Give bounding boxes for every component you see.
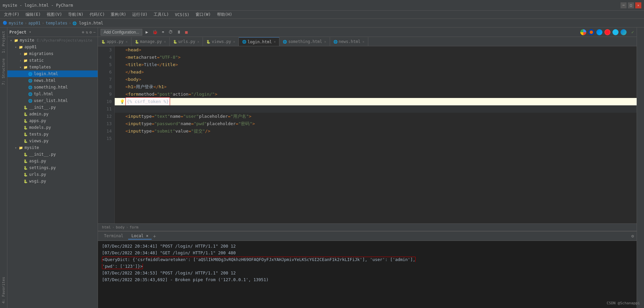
sidebar-item-tpl-html[interactable]: 🌐tpl.html [7,91,98,97]
editor-tab-manage-py[interactable]: 🐍 manage.py × [131,37,170,46]
breadcrumb-body[interactable]: body [116,225,125,229]
tree-arrow: ▾ [18,65,23,69]
structure-tab[interactable]: 7: Structure [1,56,6,87]
menu-item[interactable]: 工具(L) [151,11,172,18]
breadcrumb-html[interactable]: html [102,225,111,229]
menu-item[interactable]: VCS(S) [172,12,192,18]
menu-item[interactable]: 编辑(E) [23,11,44,18]
minimize-button[interactable]: ─ [621,2,627,8]
code-line-8[interactable]: <h1>用户登录</h1> [115,83,637,91]
pause-button[interactable]: ⏸ [177,30,181,35]
close-button[interactable]: ✕ [635,2,641,8]
add-configuration-button[interactable]: Add Configuration... [101,29,142,36]
sidebar-item-login-html[interactable]: 🌐login.html [7,70,98,77]
menu-item[interactable]: 运行(U) [129,11,150,18]
tab-close-icon[interactable]: × [363,40,365,44]
sidebar-item-mysite-root[interactable]: ▾📁mysite E:\PycharmProjects\mysite [7,37,98,44]
code-line-13[interactable]: <input type="password" name="pwd" placeh… [115,120,637,127]
code-line-6[interactable]: </head> [115,68,637,76]
sidebar-item-migrations[interactable]: ›📁migrations [7,50,98,57]
tab-close-icon[interactable]: × [324,40,326,44]
code-line-5[interactable]: <title>Title</title> [115,61,637,68]
firefox-icon[interactable] [588,29,594,35]
sidebar-item-init-py-mysite[interactable]: 🐍__init__.py [7,151,98,158]
sidebar-item-admin-py[interactable]: 🐍admin.py [7,111,98,117]
code-area[interactable]: <head> <meta charset="UTF-8"> <title>Tit… [115,46,637,223]
tab-close-icon[interactable]: × [197,40,199,44]
settings-icon[interactable]: ⚙ [90,30,92,35]
terminal-add-button[interactable]: + [153,234,156,239]
coverage-button[interactable]: ☂ [162,30,164,35]
sidebar-item-views-py-app01[interactable]: 🐍views.py [7,138,98,144]
terminal-settings[interactable]: ⚙ [631,234,634,239]
tab-close-icon[interactable]: × [164,40,166,44]
sidebar-item-news-html[interactable]: 🌐news.html [7,77,98,84]
ie-icon[interactable] [612,29,619,35]
run-button[interactable]: ▶ [146,30,148,35]
menu-item[interactable]: 帮助(H) [214,11,235,18]
code-line-11[interactable] [115,105,637,113]
project-tab[interactable]: 1: Project [1,29,6,55]
menu-item[interactable]: 导航(N) [65,11,86,18]
code-line-15[interactable] [115,135,637,142]
sidebar-item-templates[interactable]: ▾📁templates [7,64,98,70]
sidebar-item-urls-py[interactable]: 🐍urls.py [7,171,98,178]
opera-icon[interactable] [604,29,610,35]
editor-tab-news-html[interactable]: 🌐 news.html × [330,37,368,46]
collapse-icon[interactable]: − [93,30,96,35]
locate-icon[interactable]: ⊕ [82,30,84,35]
lightbulb-icon[interactable]: 💡 [120,98,125,105]
breadcrumb-app01[interactable]: app01 [29,21,41,25]
tree-label: wsgi.py [29,179,46,184]
maximize-button[interactable]: □ [628,2,634,8]
code-line-12[interactable]: <input type="text" name="user" placehold… [115,113,637,120]
editor-tab-login-html[interactable]: 🌐 login.html × [239,37,279,46]
chrome-icon[interactable] [580,29,586,35]
code-line-3[interactable]: <head> [115,46,637,54]
sidebar-item-init-py-app01[interactable]: 🐍__init__.py [7,104,98,111]
code-line-14[interactable]: <input type="submit" value="提交"/> [115,127,637,135]
edge-icon[interactable] [596,29,602,35]
menu-item[interactable]: 文件(F) [1,11,22,18]
stop-button[interactable]: ■ [185,30,188,35]
profile-button[interactable]: ⏱ [168,30,173,35]
sidebar-item-something-html[interactable]: 🌐something.html [7,84,98,91]
menu-item[interactable]: 窗口(W) [193,11,214,18]
sidebar-item-user-list-html[interactable]: 🌐user_list.html [7,97,98,104]
sidebar-item-asgi-py[interactable]: 🐍asgi.py [7,158,98,164]
sidebar-dropdown[interactable]: ▾ [29,30,32,34]
menu-item[interactable]: 视图(V) [44,11,65,18]
menu-item[interactable]: 代码(C) [87,11,108,18]
debug-button[interactable]: 🐞 [152,30,158,35]
sidebar-item-wsgi-py[interactable]: 🐍wsgi.py [7,178,98,185]
terminal-tab-terminal[interactable]: Terminal [101,233,127,240]
favorites-tab[interactable]: 4: Favorites [1,275,6,305]
code-line-10[interactable]: 💡 {% csrf_token %} [115,98,637,105]
sidebar-item-app01[interactable]: ▾📁app01 [7,44,98,50]
editor-tab-apps-py[interactable]: 🐍 apps.py × [98,37,131,46]
code-line-4[interactable]: <meta charset="UTF-8"> [115,54,637,61]
scroll-icon[interactable]: ⇅ [86,30,88,35]
tab-close-icon[interactable]: × [233,40,235,44]
sidebar-item-tests-py[interactable]: 🐍tests.py [7,131,98,138]
sidebar-item-static[interactable]: ›📁static [7,57,98,64]
edge2-icon[interactable] [621,29,627,35]
terminal-content[interactable]: [07/Dec/2022 20:34:41] "POST /login/ HTT… [98,241,637,308]
menu-item[interactable]: 重构(R) [108,11,129,18]
terminal-tab-local[interactable]: Local × [128,233,152,240]
breadcrumb-mysite[interactable]: mysite [9,21,23,25]
breadcrumb-templates[interactable]: templates [46,21,67,25]
breadcrumb-form[interactable]: form [129,225,139,229]
editor-tab-something-html[interactable]: 🌐 something.html × [279,37,330,46]
sidebar-item-apps-py[interactable]: 🐍apps.py [7,117,98,124]
code-line-9[interactable]: <form method="post" action="/login/"> [115,91,637,98]
tree-icon: 🐍 [23,152,28,157]
sidebar-item-mysite-inner[interactable]: ▾📁mysite [7,144,98,151]
code-line-7[interactable]: <body> [115,76,637,83]
tab-close-icon[interactable]: × [126,40,128,44]
sidebar-item-models-py[interactable]: 🐍models.py [7,124,98,131]
editor-tab-views-py[interactable]: 🐍 views.py × [203,37,239,46]
sidebar-item-settings-py[interactable]: 🐍settings.py [7,164,98,171]
tab-close-icon[interactable]: × [274,40,276,44]
editor-tab-urls-py[interactable]: 🐍 urls.py × [170,37,203,46]
